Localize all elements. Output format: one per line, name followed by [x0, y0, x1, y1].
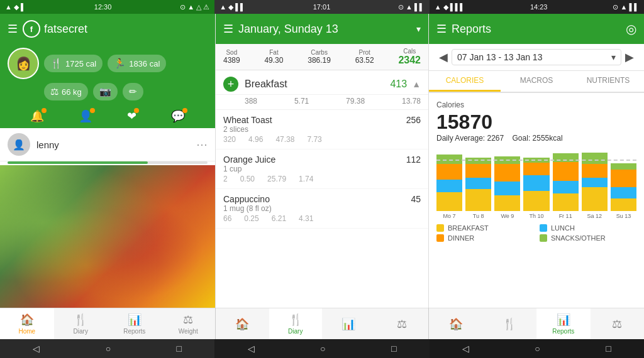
reports-hamburger-icon[interactable]: ☰	[436, 22, 447, 36]
bar-stack-fr11	[553, 153, 579, 211]
tab-calories[interactable]: CALORIES	[429, 71, 501, 92]
seg-dinner-su13	[611, 170, 636, 187]
nav-reports-diary[interactable]: 🍴	[483, 308, 537, 339]
notifications-icon-item[interactable]: 🔔	[30, 109, 44, 123]
wheat-toast-macros: 320 4.96 47.38 7.73	[223, 135, 421, 144]
diary-diary-nav-icon: 🍴	[289, 313, 303, 327]
meal-expand-breakfast[interactable]: ▲	[412, 79, 421, 89]
recents-button-1[interactable]: □	[177, 344, 182, 354]
tab-nutrients[interactable]: NUTRIENTS	[572, 71, 644, 92]
oj-sod: 2	[223, 175, 228, 183]
bar-stack-th10	[523, 158, 549, 211]
dots-menu[interactable]: ⋯	[196, 138, 208, 151]
seg-lunch-sa12	[582, 178, 608, 187]
wt-sod: 320	[223, 135, 236, 144]
target-icon[interactable]: ◎	[626, 21, 636, 36]
back-button-3[interactable]: ◁	[462, 344, 469, 354]
diary-content: + Breakfast 413 ▲ 388 5.71 79.38 13.78 W…	[216, 70, 428, 308]
totals-carbs: Carbs 386.19	[308, 49, 331, 65]
panel-reports: ☰ Reports ◎ ◀ 07 Jan 13 - 13 Jan 13 ▾ ▶ …	[429, 14, 644, 308]
nav-home-reports[interactable]: 📊 Reports	[108, 308, 162, 339]
totals-cals: Cals 2342	[398, 48, 421, 66]
cap-fat: 0.25	[244, 214, 258, 223]
sys-nav-2: ◁ ○ □	[214, 339, 429, 358]
legend-label-dinner: DINNER	[448, 234, 474, 242]
status-right-icons-1: ⊙ ▲ △ ⚠	[180, 3, 209, 11]
bar-stack-mo7	[436, 155, 462, 211]
nav-reports-reports[interactable]: 📊 Reports	[536, 308, 591, 339]
messages-icon-item[interactable]: 💬	[171, 109, 185, 123]
food-item-cappuccino[interactable]: Cappuccino 45 1 mug (8 fl oz) 66 0.25 6.…	[216, 189, 428, 229]
user-avatar: 👩	[8, 48, 39, 79]
diary-home-nav-icon: 🏠	[235, 317, 249, 331]
oj-serving: 1 cup	[223, 165, 421, 173]
seg-lunch-th10	[523, 175, 549, 191]
camera-badge[interactable]: 📷	[93, 83, 118, 100]
date-next-button[interactable]: ▶	[621, 49, 638, 65]
calories-burned-badge[interactable]: 🏃 1836 cal	[108, 55, 166, 72]
status-left-icons-2: ▲ ◆ ▌▌	[219, 3, 245, 11]
diary-dropdown-arrow[interactable]: ▾	[416, 24, 421, 34]
food-item-wheat-toast[interactable]: Wheat Toast 256 2 slices 320 4.96 47.38 …	[216, 110, 428, 149]
seg-breakfast-th10	[523, 191, 549, 211]
bar-label-su13: Su 13	[616, 213, 631, 219]
diary-hamburger-icon[interactable]: ☰	[223, 22, 233, 36]
nav-diary-weight[interactable]: ⚖	[375, 308, 429, 339]
date-range-text: 07 Jan 13 - 13 Jan 13	[457, 52, 542, 62]
totals-prot: Prot 63.52	[355, 49, 374, 65]
user-avatar-small: 👤	[8, 133, 30, 156]
home-button-1[interactable]: ○	[106, 344, 111, 354]
back-button-2[interactable]: ◁	[248, 344, 255, 354]
wheat-toast-cals: 256	[406, 115, 421, 125]
goal-text: Goal: 2555kcal	[513, 134, 563, 143]
food-item-oj[interactable]: Orange Juice 112 1 cup 2 0.50 25.79 1.74	[216, 149, 428, 189]
bar-stack-we9	[494, 156, 520, 211]
notification-dot	[42, 108, 47, 113]
back-button-1[interactable]: ◁	[33, 344, 40, 354]
nav-diary-reports[interactable]: 📊	[322, 308, 375, 339]
totals-fat: Fat 49.30	[264, 49, 283, 65]
legend-dinner: DINNER	[436, 234, 533, 242]
bar-sa12: Sa 12	[582, 153, 608, 219]
nav-diary-diary[interactable]: 🍴 Diary	[269, 308, 323, 339]
reports-nav-label-home: Reports	[123, 328, 145, 335]
totals-fat-value: 49.30	[264, 56, 283, 65]
breakfast-prot: 13.78	[402, 97, 421, 106]
nav-home-diary[interactable]: 🍴 Diary	[54, 308, 108, 339]
date-prev-button[interactable]: ◀	[435, 49, 452, 65]
weight-badge[interactable]: ⚖ 66 kg	[44, 83, 88, 100]
calories-eaten-value: 1725 cal	[65, 59, 96, 68]
totals-carbs-label: Carbs	[308, 49, 331, 56]
hamburger-icon[interactable]: ☰	[8, 22, 18, 36]
nav-bar-reports: 🏠 🍴 📊 Reports ⚖	[429, 308, 644, 339]
camera-icon: 📷	[99, 86, 111, 97]
nav-reports-home[interactable]: 🏠	[429, 308, 483, 339]
edit-badge[interactable]: ✏	[123, 83, 143, 100]
calories-section-label: Calories	[436, 100, 636, 109]
calories-eaten-badge[interactable]: 🍴 1725 cal	[44, 55, 103, 72]
nav-home-weight[interactable]: ⚖ Weight	[162, 308, 216, 339]
status-right-icons-2: ⊙ ▲ ▌▌	[398, 3, 425, 11]
oj-name: Orange Juice	[223, 155, 275, 165]
home-button-2[interactable]: ○	[320, 344, 325, 354]
home-button-3[interactable]: ○	[535, 344, 540, 354]
legend-lunch: LUNCH	[540, 224, 636, 232]
seg-breakfast-sa12	[582, 187, 608, 211]
progress-bar-container	[8, 161, 208, 164]
friends-dot	[90, 108, 95, 113]
nav-reports-weight[interactable]: ⚖	[591, 308, 645, 339]
weight-nav-icon: ⚖	[183, 313, 193, 327]
tab-macros[interactable]: MACROS	[501, 71, 572, 92]
nav-home-home[interactable]: 🏠 Home	[0, 308, 54, 339]
recents-button-2[interactable]: □	[391, 344, 396, 354]
run-icon: 🏃	[114, 58, 126, 69]
favorites-icon-item[interactable]: ❤	[127, 109, 136, 123]
cap-macros: 66 0.25 6.21 4.31	[223, 214, 421, 223]
recents-button-3[interactable]: □	[606, 344, 611, 354]
add-breakfast-button[interactable]: +	[223, 77, 238, 92]
seg-dinner-we9	[494, 164, 520, 182]
nav-diary-home[interactable]: 🏠	[216, 308, 269, 339]
friends-icon-item[interactable]: 👤	[79, 109, 92, 123]
date-range-display[interactable]: 07 Jan 13 - 13 Jan 13 ▾	[452, 49, 621, 65]
wt-prot: 7.73	[307, 135, 321, 144]
